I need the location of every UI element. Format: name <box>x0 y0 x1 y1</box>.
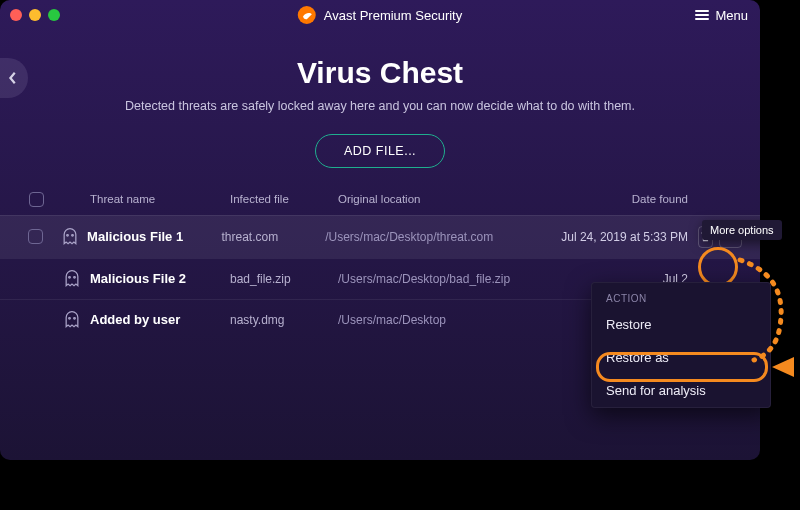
infected-file: nasty.dmg <box>230 313 338 327</box>
col-original-location: Original location <box>338 193 584 205</box>
hamburger-icon <box>695 10 709 20</box>
svg-point-0 <box>307 14 308 15</box>
row-checkbox[interactable] <box>28 229 43 244</box>
fullscreen-window-icon[interactable] <box>48 9 60 21</box>
dropdown-item-send-analysis[interactable]: Send for analysis <box>592 374 770 407</box>
dropdown-item-restore-as[interactable]: Restore as <box>592 341 770 374</box>
original-location: /Users/mac/Desktop/threat.com <box>325 230 561 244</box>
window-controls <box>10 9 60 21</box>
original-location: /Users/mac/Desktop <box>338 313 584 327</box>
dropdown-item-restore[interactable]: Restore <box>592 308 770 341</box>
chevron-left-icon <box>8 71 18 85</box>
svg-point-3 <box>69 276 71 278</box>
date-found: Jul 24, 2019 at 5:33 PM <box>561 230 698 244</box>
app-title-text: Avast Premium Security <box>324 8 462 23</box>
select-all-checkbox[interactable] <box>29 192 44 207</box>
threat-icon <box>53 227 88 247</box>
col-infected-file: Infected file <box>230 193 338 205</box>
menu-button[interactable]: Menu <box>695 0 748 30</box>
svg-point-6 <box>74 317 76 319</box>
page-header: Virus Chest Detected threats are safely … <box>0 56 760 168</box>
threat-icon <box>54 269 90 289</box>
avast-logo-icon <box>298 6 316 24</box>
svg-point-5 <box>69 317 71 319</box>
threat-icon <box>54 310 90 330</box>
threat-name: Added by user <box>90 312 230 327</box>
table-row[interactable]: Malicious File 1 threat.com /Users/mac/D… <box>0 215 760 258</box>
more-options-tooltip: More options <box>702 220 782 240</box>
threat-name: Malicious File 2 <box>90 271 230 286</box>
col-threat-name: Threat name <box>90 193 230 205</box>
page-subtitle: Detected threats are safely locked away … <box>0 98 760 116</box>
svg-point-4 <box>74 276 76 278</box>
infected-file: bad_file.zip <box>230 272 338 286</box>
add-file-button[interactable]: ADD FILE... <box>315 134 445 168</box>
col-date-found: Date found <box>584 193 698 205</box>
close-window-icon[interactable] <box>10 9 22 21</box>
svg-point-1 <box>66 234 68 236</box>
threat-name: Malicious File 1 <box>87 229 221 244</box>
table-header: Threat name Infected file Original locat… <box>0 192 760 215</box>
menu-button-label: Menu <box>715 8 748 23</box>
action-dropdown: ACTION Restore Restore as Send for analy… <box>591 282 771 408</box>
add-file-label: ADD FILE... <box>344 144 416 158</box>
page-title: Virus Chest <box>0 56 760 90</box>
dropdown-heading: ACTION <box>592 283 770 308</box>
minimize-window-icon[interactable] <box>29 9 41 21</box>
infected-file: threat.com <box>221 230 325 244</box>
app-title: Avast Premium Security <box>298 6 462 24</box>
original-location: /Users/mac/Desktop/bad_file.zip <box>338 272 584 286</box>
annotation-arrow-icon <box>770 357 796 379</box>
title-bar: Avast Premium Security Menu <box>0 0 760 30</box>
svg-point-2 <box>71 234 73 236</box>
